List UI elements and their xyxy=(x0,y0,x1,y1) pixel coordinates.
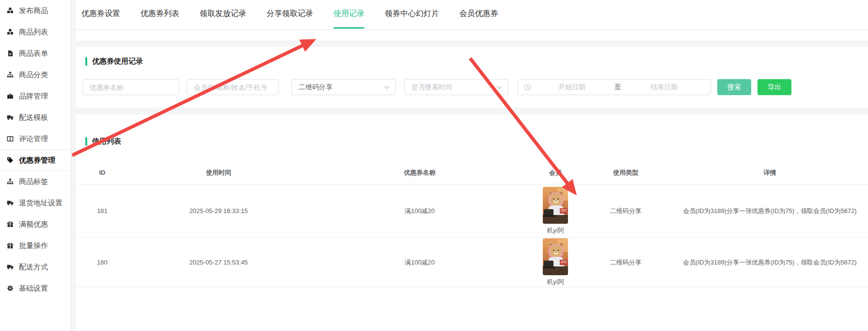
cell-id: 180 xyxy=(76,259,129,266)
sidebar-item-label: 优惠券管理 xyxy=(19,156,55,165)
sidebar-item-product-category[interactable]: 商品分类 xyxy=(0,64,71,85)
date-range-separator: 至 xyxy=(613,83,623,92)
sidebar-item-brand-management[interactable]: 品牌管理 xyxy=(0,85,71,107)
usage-list-card: 使用列表 ID 使用时间 优惠券名称 会员 使用类型 详情 181 2025-0… xyxy=(76,115,868,331)
chevron-down-icon xyxy=(384,85,390,89)
file-excel-icon xyxy=(7,50,15,57)
sidebar-item-label: 发布商品 xyxy=(19,6,48,16)
cubes-icon xyxy=(7,29,15,35)
col-header-use-type: 使用类型 xyxy=(580,168,672,177)
date-range-picker[interactable]: 开始日期 至 结束日期 xyxy=(518,79,711,95)
cell-use-time: 2025-05-29 16:33:15 xyxy=(129,207,308,215)
sidebar-item-comment-management[interactable]: 评论管理 xyxy=(0,128,71,149)
gift-icon xyxy=(7,242,15,249)
sidebar-item-label: 退货地址设置 xyxy=(19,199,63,208)
tabs-divider xyxy=(76,30,868,30)
sidebar-item-product-tags[interactable]: 商品标签 xyxy=(0,171,71,192)
briefcase-icon xyxy=(7,93,15,99)
truck-icon xyxy=(7,199,15,206)
share-type-value: 二维码分享 xyxy=(292,83,384,92)
gear-icon xyxy=(7,285,15,292)
sidebar-item-batch-operations[interactable]: 批量操作 xyxy=(0,235,71,256)
sidebar-item-delivery-method[interactable]: 配送方式 xyxy=(0,256,71,278)
cell-member: 机yi阿 xyxy=(531,187,580,235)
chevron-down-icon xyxy=(496,85,502,89)
col-header-id: ID xyxy=(76,169,129,176)
tab-coupon-settings[interactable]: 优惠券设置 xyxy=(81,9,120,29)
tag-icon xyxy=(7,157,15,164)
cell-coupon-name: 满100减20 xyxy=(308,207,531,215)
filter-section-title: 优惠券使用记录 xyxy=(85,57,143,66)
member-avatar xyxy=(543,238,568,275)
sidebar-item-basic-settings[interactable]: 基础设置 xyxy=(0,278,71,299)
sidebar-item-label: 商品分类 xyxy=(19,70,48,80)
cell-id: 181 xyxy=(76,207,129,215)
sidebar-item-label: 商品列表 xyxy=(19,28,48,37)
coupon-tabs: 优惠券设置 优惠券列表 领取发放记录 分享领取记录 使用记录 领券中心幻灯片 会… xyxy=(81,9,498,29)
section-accent-bar xyxy=(85,137,87,146)
cell-use-time: 2025-05-27 15:53:45 xyxy=(129,259,308,266)
sitemap-icon xyxy=(7,178,15,185)
sitemap-icon xyxy=(7,71,15,78)
cell-detail: 会员(ID为3189)分享一张优惠券(ID为75)，领取会员(ID为5672) xyxy=(672,207,868,215)
cell-coupon-name: 满100减20 xyxy=(308,258,531,267)
col-header-detail: 详情 xyxy=(672,168,868,177)
coupon-name-input[interactable] xyxy=(83,80,179,95)
col-header-use-time: 使用时间 xyxy=(129,168,308,177)
share-type-select[interactable]: 二维码分享 xyxy=(291,79,396,95)
filter-card: 优惠券使用记录 二维码分享 是否搜索时间 开始日期 至 结束日期 xyxy=(76,47,868,108)
start-date-placeholder[interactable]: 开始日期 xyxy=(531,83,613,92)
col-header-coupon-name: 优惠券名称 xyxy=(308,168,531,177)
sidebar-item-label: 满额优惠 xyxy=(19,220,48,229)
sidebar-item-label: 商品标签 xyxy=(19,177,48,186)
sidebar-item-product-form[interactable]: 商品表单 xyxy=(0,43,71,64)
col-header-member: 会员 xyxy=(531,168,580,177)
columns-icon xyxy=(7,135,15,142)
sidebar-item-publish-product[interactable]: 发布商品 xyxy=(0,0,71,21)
export-button[interactable]: 导出 xyxy=(758,79,791,95)
gift-icon xyxy=(7,221,15,228)
truck-icon xyxy=(7,264,15,270)
sidebar-item-label: 基础设置 xyxy=(19,284,48,293)
sidebar-item-product-list[interactable]: 商品列表 xyxy=(0,21,71,43)
list-section-title: 使用列表 xyxy=(85,137,121,146)
sidebar-item-label: 配送方式 xyxy=(19,263,48,272)
cell-member: 机yi阿 xyxy=(531,238,580,286)
coupon-name-filter xyxy=(82,79,179,95)
tab-member-coupons[interactable]: 会员优惠券 xyxy=(459,9,498,29)
time-search-placeholder: 是否搜索时间 xyxy=(405,83,496,92)
cubes-icon xyxy=(7,7,15,14)
coupon-admin-page: 发布商品 商品列表 商品表单 商品分类 品牌管理 配送模板 评论管理 xyxy=(0,0,868,331)
sidebar-item-return-address-settings[interactable]: 退货地址设置 xyxy=(0,192,71,214)
sidebar-item-label: 评论管理 xyxy=(19,134,48,144)
time-search-select[interactable]: 是否搜索时间 xyxy=(404,79,508,95)
sidebar-item-label: 批量操作 xyxy=(19,241,48,250)
member-avatar xyxy=(543,187,568,224)
end-date-placeholder[interactable]: 结束日期 xyxy=(623,83,705,92)
sidebar-item-coupon-management[interactable]: 优惠券管理 xyxy=(0,149,71,171)
sidebar-item-full-discount[interactable]: 满额优惠 xyxy=(0,214,71,235)
sidebar-item-delivery-template[interactable]: 配送模板 xyxy=(0,107,71,128)
tab-coupon-center-slides[interactable]: 领券中心幻灯片 xyxy=(385,9,439,29)
sidebar-item-label: 品牌管理 xyxy=(19,92,48,101)
tabs-card: 优惠券设置 优惠券列表 领取发放记录 分享领取记录 使用记录 领券中心幻灯片 会… xyxy=(76,0,868,40)
member-input[interactable] xyxy=(187,80,278,95)
section-accent-bar xyxy=(85,57,87,66)
sidebar-item-label: 商品表单 xyxy=(19,49,48,58)
tab-share-claim-records[interactable]: 分享领取记录 xyxy=(267,9,313,29)
member-nickname: 机yi阿 xyxy=(547,278,564,286)
clock-icon xyxy=(524,83,531,91)
tab-claim-issue-records[interactable]: 领取发放记录 xyxy=(200,9,246,29)
tab-coupon-list[interactable]: 优惠券列表 xyxy=(141,9,179,29)
sidebar: 发布商品 商品列表 商品表单 商品分类 品牌管理 配送模板 评论管理 xyxy=(0,0,71,331)
member-nickname: 机yi阿 xyxy=(547,226,564,235)
search-button[interactable]: 搜索 xyxy=(717,79,751,95)
cell-use-type: 二维码分享 xyxy=(580,258,672,267)
tab-usage-records[interactable]: 使用记录 xyxy=(333,9,364,29)
table-header-row: ID 使用时间 优惠券名称 会员 使用类型 详情 xyxy=(76,161,868,184)
cell-use-type: 二维码分享 xyxy=(580,207,672,215)
truck-icon xyxy=(7,114,15,121)
member-filter xyxy=(187,79,279,95)
table-row: 181 2025-05-29 16:33:15 满100减20 xyxy=(76,184,868,238)
cell-detail: 会员(ID为3189)分享一张优惠券(ID为75)，领取会员(ID为5672) xyxy=(672,258,868,267)
